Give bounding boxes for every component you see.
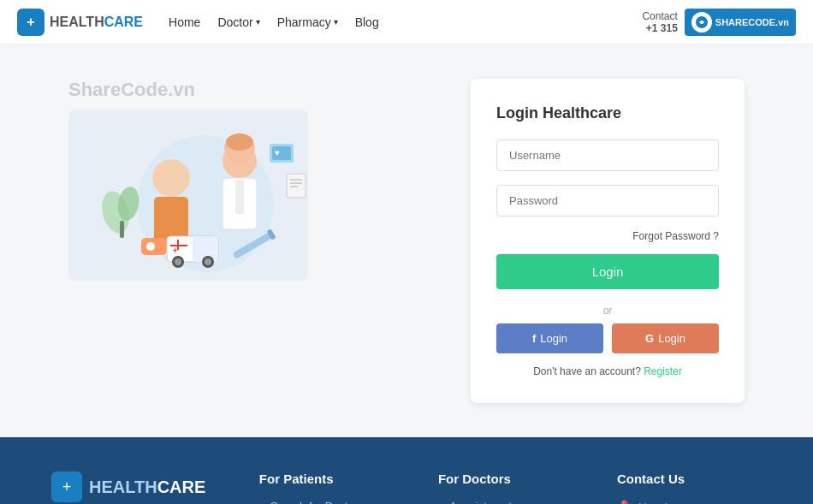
nav-blog[interactable]: Blog <box>355 15 379 29</box>
logo[interactable]: + HEALTHCARE <box>17 9 143 36</box>
footer-logo: + HEALTHCARE <box>51 471 225 502</box>
patients-links: Search for Doctors Login Register <box>259 500 404 504</box>
svg-point-8 <box>152 159 190 197</box>
svg-point-24 <box>205 258 211 265</box>
chevron-down-icon: ▾ <box>334 17 338 27</box>
svg-point-18 <box>146 242 155 251</box>
contact-phone: +1 315 <box>642 22 677 34</box>
svg-text:+: + <box>173 246 177 255</box>
username-group <box>496 139 719 171</box>
or-divider: or <box>496 305 719 317</box>
location-icon: 📍 <box>617 500 632 504</box>
google-login-button[interactable]: G Login <box>612 323 719 353</box>
svg-rect-32 <box>120 221 124 238</box>
patients-title: For Patients <box>259 471 404 486</box>
social-buttons: f Login G Login <box>496 323 719 353</box>
city-text: Hanoi <box>638 501 668 505</box>
nav-pharmacy[interactable]: Pharmacy ▾ <box>277 15 338 29</box>
footer-logo-care: CARE <box>157 477 206 496</box>
sharecode-text: SHARECODE.vn <box>715 17 789 27</box>
nav-home[interactable]: Home <box>169 15 200 29</box>
facebook-icon: f <box>532 332 536 345</box>
login-button[interactable]: Login <box>496 254 719 289</box>
register-text: Don't have an account? Register <box>496 365 719 377</box>
logo-care: CARE <box>104 15 143 29</box>
chevron-down-icon: ▾ <box>256 17 260 27</box>
login-title: Login Healthcare <box>496 104 719 122</box>
footer-patients: For Patients Search for Doctors Login Re… <box>259 471 404 504</box>
doctors-title: For Doctors <box>438 471 583 486</box>
header-left: + HEALTHCARE Home Doctor ▾ Pharmacy ▾ Bl… <box>17 9 379 36</box>
forgot-password-link[interactable]: Forgot Password ? <box>496 230 719 242</box>
footer-contact: Contact Us 📍 Hanoi 📞 +123456789 ✉ [email… <box>617 471 762 504</box>
sharecode-badge: SHARECODE.vn <box>685 9 796 36</box>
nav-doctor-link[interactable]: Doctor <box>217 15 252 29</box>
nav-pharmacy-link[interactable]: Pharmacy <box>277 15 331 29</box>
nav-doctor[interactable]: Doctor ▾ <box>217 15 259 29</box>
footer-logo-text: HEALTHCARE <box>89 477 205 497</box>
contact-info: Contact +1 315 <box>642 10 677 34</box>
header-right: Contact +1 315 SHARECODE.vn <box>642 9 796 36</box>
footer-doctors: For Doctors Appointments <box>438 471 583 504</box>
list-item: Appointments <box>438 500 583 504</box>
contact-city: 📍 Hanoi <box>617 500 762 504</box>
appointments-link[interactable]: Appointments <box>438 500 583 504</box>
search-doctors-link[interactable]: Search for Doctors <box>259 500 404 504</box>
password-input[interactable] <box>496 185 719 216</box>
list-item: Search for Doctors <box>259 500 404 504</box>
logo-health: HEALTH <box>50 15 104 29</box>
header: + HEALTHCARE Home Doctor ▾ Pharmacy ▾ Bl… <box>0 0 813 44</box>
google-icon: G <box>645 332 654 345</box>
svg-point-5 <box>226 133 253 151</box>
footer-brand: + HEALTHCARE Lorem ipsum dolor sit amet,… <box>51 471 225 504</box>
svg-rect-13 <box>287 174 306 198</box>
footer-logo-icon: + <box>51 471 82 502</box>
main-section: ShareCode.vn ♥ <box>0 44 813 437</box>
sc-logo-icon <box>691 12 712 33</box>
illustration: ♥ + <box>68 110 308 281</box>
facebook-login-button[interactable]: f Login <box>496 323 603 353</box>
no-account-text: Don't have an account? <box>533 365 641 377</box>
contact-title: Contact Us <box>617 471 762 486</box>
left-panel: ShareCode.vn ♥ <box>68 79 436 281</box>
svg-text:♥: ♥ <box>275 148 280 157</box>
footer-logo-health: HEALTH <box>89 477 157 496</box>
username-input[interactable] <box>496 139 719 171</box>
watermark-text: ShareCode.vn <box>68 79 195 101</box>
logo-icon: + <box>17 9 45 36</box>
footer: + HEALTHCARE Lorem ipsum dolor sit amet,… <box>0 437 813 504</box>
password-group <box>496 185 719 216</box>
footer-top: + HEALTHCARE Lorem ipsum dolor sit amet,… <box>51 471 762 504</box>
svg-rect-27 <box>177 240 179 250</box>
login-panel: Login Healthcare Forgot Password ? Login… <box>471 79 745 403</box>
svg-rect-7 <box>235 180 244 214</box>
nav: Home Doctor ▾ Pharmacy ▾ Blog <box>169 15 379 29</box>
svg-point-22 <box>175 258 181 265</box>
register-link[interactable]: Register <box>644 365 682 377</box>
doctors-links: Appointments <box>438 500 583 504</box>
contact-label: Contact <box>642 10 677 22</box>
logo-text: HEALTHCARE <box>50 15 143 30</box>
hero-illustration: ♥ + <box>68 110 308 281</box>
